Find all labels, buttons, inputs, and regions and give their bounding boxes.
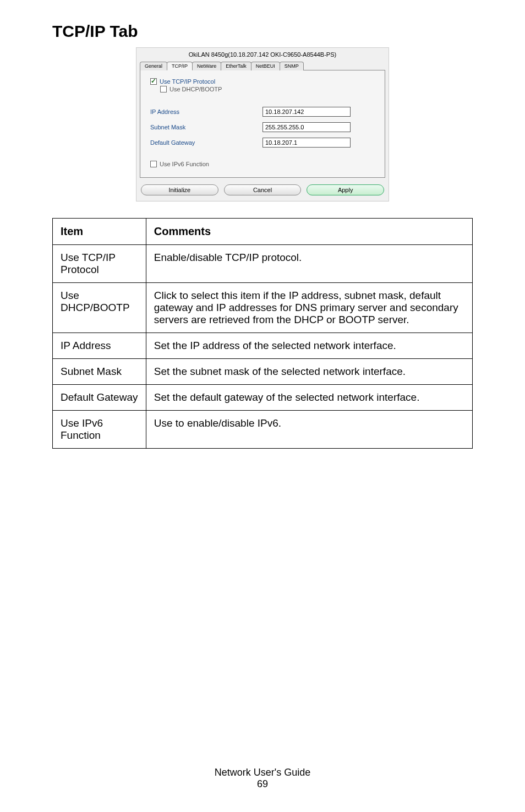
table-row: IP Address Set the IP address of the sel… (53, 333, 473, 359)
table-cell-item: Default Gateway (53, 385, 146, 411)
table-cell-comment: Set the default gateway of the selected … (146, 385, 472, 411)
use-ipv6-row[interactable]: Use IPv6 Function (150, 161, 375, 167)
checkbox-icon[interactable] (150, 161, 157, 167)
table-row: Default Gateway Set the default gateway … (53, 385, 473, 411)
table-cell-item: IP Address (53, 333, 146, 359)
tab-strip: General TCP/IP NetWare EtherTalk NetBEUI… (140, 61, 385, 70)
page-footer: Network User's Guide 69 (0, 767, 525, 790)
subnet-mask-label: Subnet Mask (150, 124, 262, 130)
checkbox-icon[interactable] (150, 78, 157, 85)
dialog-window: OkiLAN 8450g(10.18.207.142 OKI-C9650-A85… (136, 47, 389, 201)
info-table: Item Comments Use TCP/IP Protocol Enable… (52, 218, 473, 449)
table-row: Use DHCP/BOOTP Click to select this item… (53, 283, 473, 333)
initialize-button[interactable]: Initialize (141, 184, 218, 195)
table-head-item: Item (53, 219, 146, 245)
table-row: Subnet Mask Set the subnet mask of the s… (53, 359, 473, 385)
table-head-comments: Comments (146, 219, 472, 245)
default-gateway-label: Default Gateway (150, 139, 262, 146)
dialog-title: OkiLAN 8450g(10.18.207.142 OKI-C9650-A85… (136, 50, 389, 61)
table-cell-comment: Enable/disable TCP/IP protocol. (146, 245, 472, 283)
table-cell-comment: Set the subnet mask of the selected netw… (146, 359, 472, 385)
tab-ethertalk[interactable]: EtherTalk (221, 62, 251, 70)
default-gateway-input[interactable]: 10.18.207.1 (262, 138, 351, 148)
footer-page-number: 69 (0, 778, 525, 790)
use-dhcp-label: Use DHCP/BOOTP (169, 86, 222, 92)
table-cell-item: Subnet Mask (53, 359, 146, 385)
use-tcpip-label: Use TCP/IP Protocol (160, 78, 215, 85)
page-title: TCP/IP Tab (52, 22, 473, 41)
button-row: Initialize Cancel Apply (136, 181, 389, 201)
tab-general[interactable]: General (140, 62, 167, 70)
use-tcpip-row[interactable]: Use TCP/IP Protocol (150, 78, 375, 85)
table-cell-comment: Set the IP address of the selected netwo… (146, 333, 472, 359)
ip-address-input[interactable]: 10.18.207.142 (262, 107, 351, 117)
table-cell-comment: Click to select this item if the IP addr… (146, 283, 472, 333)
footer-title: Network User's Guide (0, 767, 525, 778)
table-cell-item: Use DHCP/BOOTP (53, 283, 146, 333)
use-ipv6-label: Use IPv6 Function (160, 161, 209, 167)
cancel-button[interactable]: Cancel (224, 184, 302, 195)
tab-panel: Use TCP/IP Protocol Use DHCP/BOOTP IP Ad… (140, 70, 385, 178)
dialog-screenshot: OkiLAN 8450g(10.18.207.142 OKI-C9650-A85… (52, 47, 473, 201)
tab-tcpip[interactable]: TCP/IP (167, 62, 193, 70)
table-cell-item: Use TCP/IP Protocol (53, 245, 146, 283)
apply-button[interactable]: Apply (307, 184, 384, 195)
table-cell-item: Use IPv6 Function (53, 411, 146, 449)
tab-netbeui[interactable]: NetBEUI (251, 62, 280, 70)
use-dhcp-row[interactable]: Use DHCP/BOOTP (160, 86, 375, 92)
tab-snmp[interactable]: SNMP (280, 62, 304, 70)
ip-address-label: IP Address (150, 108, 262, 115)
table-row: Use IPv6 Function Use to enable/disable … (53, 411, 473, 449)
checkbox-icon[interactable] (160, 86, 167, 92)
subnet-mask-input[interactable]: 255.255.255.0 (262, 122, 351, 132)
table-row: Use TCP/IP Protocol Enable/disable TCP/I… (53, 245, 473, 283)
table-cell-comment: Use to enable/disable IPv6. (146, 411, 472, 449)
tab-netware[interactable]: NetWare (192, 62, 221, 70)
